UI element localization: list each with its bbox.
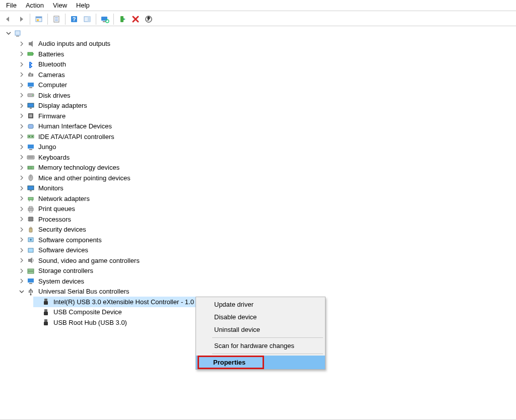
tree-category[interactable]: Display adapters (3, 101, 516, 111)
menu-file[interactable]: File (2, 1, 22, 10)
tree-category[interactable]: Sound, video and game controllers (3, 255, 516, 266)
toolbar-separator (47, 14, 48, 25)
tree-category[interactable]: Processors (3, 214, 516, 225)
enable-device-button[interactable] (116, 13, 128, 25)
expander-icon[interactable] (18, 92, 25, 99)
computer-icon (13, 29, 22, 37)
tree-root[interactable] (3, 28, 516, 39)
tree-category[interactable]: Firmware (3, 111, 516, 121)
ctx-properties[interactable]: Properties (198, 356, 264, 369)
expander-icon[interactable] (18, 82, 25, 89)
expander-icon[interactable] (18, 226, 25, 233)
tree-category-label: IDE ATA/ATAPI controllers (37, 132, 115, 141)
expander-icon[interactable] (18, 205, 25, 213)
tree-category[interactable]: Software components (3, 235, 516, 245)
expander-icon[interactable] (18, 50, 25, 57)
expander-icon[interactable] (18, 277, 25, 285)
usb-device-icon (41, 308, 50, 316)
tree-category[interactable]: Batteries (3, 49, 516, 59)
back-button[interactable] (2, 13, 14, 25)
tree-category[interactable]: Software devices (3, 245, 516, 256)
tree-category[interactable]: Cameras (3, 69, 516, 80)
tree-category[interactable]: Security devices (3, 225, 516, 235)
expander-icon[interactable] (18, 247, 25, 254)
ctx-scan-hardware[interactable]: Scan for hardware changes (197, 339, 324, 352)
tree-category[interactable]: Network adapters (3, 193, 516, 204)
svg-rect-53 (28, 208, 33, 211)
printer-icon (26, 205, 35, 213)
device-tree[interactable]: Audio inputs and outputsBatteriesBluetoo… (0, 26, 516, 328)
properties-button[interactable] (50, 13, 62, 25)
expander-icon[interactable] (18, 123, 25, 130)
display-icon (26, 102, 35, 110)
tree-category[interactable]: Print queues (3, 204, 516, 215)
tree-category[interactable]: Storage controllers (3, 266, 516, 276)
usb-device-icon (41, 318, 50, 326)
tree-category[interactable]: Computer (3, 80, 516, 91)
ctx-update-driver[interactable]: Update driver (197, 298, 324, 311)
tree-category[interactable]: Keyboards (3, 152, 516, 163)
tree-category-label: Batteries (37, 50, 65, 58)
tree-category-label: Security devices (37, 225, 87, 234)
expander-icon[interactable] (18, 144, 25, 151)
expander-icon[interactable] (18, 257, 25, 264)
computer-icon (26, 81, 35, 89)
expander-icon[interactable] (18, 216, 25, 223)
expander-icon[interactable] (18, 61, 25, 68)
ctx-disable-device[interactable]: Disable device (197, 311, 324, 323)
expander-icon[interactable] (18, 164, 25, 171)
expander-icon[interactable] (18, 267, 25, 274)
toolbar-separator (30, 14, 30, 25)
tree-category[interactable]: Universal Serial Bus controllers (3, 287, 516, 297)
expander-placeholder (33, 319, 40, 326)
svg-rect-37 (28, 145, 34, 149)
expander-icon[interactable] (18, 195, 25, 202)
help-button[interactable]: ? (68, 13, 80, 25)
menu-help[interactable]: Help (72, 1, 95, 10)
tree-category[interactable]: IDE ATA/ATAPI controllers (3, 131, 516, 142)
svg-rect-65 (28, 248, 33, 252)
tree-category-label: Jungo (37, 143, 57, 151)
show-hide-tree-button[interactable] (33, 13, 45, 25)
toolbar-separator (96, 14, 96, 25)
scan-hardware-button[interactable] (99, 13, 111, 25)
svg-rect-74 (44, 299, 47, 301)
device-tree-panel: Audio inputs and outputsBatteriesBluetoo… (0, 26, 516, 420)
action-pane-button[interactable] (81, 13, 93, 25)
disk-icon (26, 91, 35, 99)
forward-button[interactable] (15, 13, 27, 25)
tree-category[interactable]: Memory technology devices (3, 163, 516, 173)
expander-icon[interactable] (18, 40, 25, 47)
expander-icon[interactable] (18, 133, 25, 140)
expander-icon[interactable] (18, 71, 25, 78)
tree-category[interactable]: Human Interface Devices (3, 121, 516, 132)
expander-icon[interactable] (5, 30, 12, 37)
tree-category-label: Bluetooth (37, 60, 67, 68)
tree-category[interactable]: System devices (3, 276, 516, 287)
disable-device-button[interactable] (130, 13, 142, 25)
tree-category-label: Sound, video and game controllers (37, 256, 141, 265)
tree-category[interactable]: Disk drives (3, 90, 516, 101)
tree-category[interactable]: Bluetooth (3, 59, 516, 70)
expander-icon[interactable] (18, 154, 25, 161)
ctx-uninstall-device[interactable]: Uninstall device (197, 323, 324, 336)
svg-rect-68 (28, 271, 34, 273)
tree-category-label: Print queues (37, 204, 76, 213)
tree-category-label: Universal Serial Bus controllers (37, 287, 131, 296)
expander-icon[interactable] (18, 185, 25, 192)
tree-category[interactable]: Monitors (3, 183, 516, 194)
toolbar-separator (65, 14, 66, 25)
expander-icon[interactable] (18, 288, 25, 295)
expander-icon[interactable] (18, 236, 25, 243)
expander-icon[interactable] (18, 102, 25, 109)
update-driver-button[interactable] (143, 13, 155, 25)
menu-view[interactable]: View (49, 1, 72, 10)
svg-rect-48 (28, 186, 34, 190)
tree-category[interactable]: Audio inputs and outputs (3, 39, 516, 49)
tree-category[interactable]: Mice and other pointing devices (3, 173, 516, 183)
svg-rect-14 (120, 16, 123, 22)
tree-category[interactable]: Jungo (3, 142, 516, 153)
expander-icon[interactable] (18, 112, 25, 119)
expander-icon[interactable] (18, 174, 25, 181)
menu-action[interactable]: Action (22, 1, 49, 10)
